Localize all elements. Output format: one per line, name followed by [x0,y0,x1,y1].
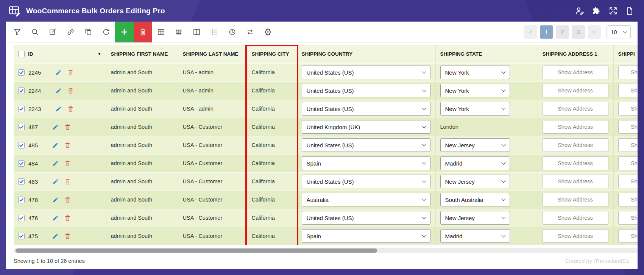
row-checkbox[interactable] [18,124,25,130]
next-page-button[interactable]: > [588,25,601,39]
delete-row-icon[interactable] [64,233,71,239]
edit-row-icon[interactable] [52,142,59,148]
row-checkbox[interactable] [18,233,25,239]
country-select[interactable]: United States (US) [302,66,430,79]
row-checkbox[interactable] [18,69,25,76]
add-icon[interactable] [115,22,134,42]
search-icon[interactable] [26,22,44,42]
row-checkbox[interactable] [18,178,25,185]
column-header-shipping-address-1[interactable]: SHIPPING ADDRESS 1 [538,45,613,63]
prev-page-button[interactable]: < [524,25,537,39]
country-select[interactable]: Spain [302,229,430,243]
row-checkbox[interactable] [18,197,25,203]
delete-row-icon[interactable] [64,178,71,185]
refresh-icon[interactable] [97,22,115,42]
edit-row-icon[interactable] [55,69,62,76]
edit-row-icon[interactable] [55,88,62,94]
country-select[interactable]: Spain [302,156,430,170]
country-select[interactable]: United States (US) [302,138,430,152]
duplicate-icon[interactable] [80,22,97,42]
puzzle-icon[interactable] [592,6,601,16]
show-address-button-clipped[interactable]: Show Address [618,138,638,152]
show-address-button[interactable]: Show Address [543,120,608,134]
show-address-button[interactable]: Show Address [543,102,608,116]
sort-desc-icon[interactable]: ▼ [98,52,101,56]
show-address-button[interactable]: Show Address [543,193,608,206]
row-checkbox[interactable] [18,88,25,94]
column-header-shipping-last-name[interactable]: SHIPPING LAST NAME [178,45,247,63]
column-header-shipping-country[interactable]: SHIPPING COUNTRY [297,45,435,63]
edit-row-icon[interactable] [52,124,59,130]
delete-row-icon[interactable] [64,215,71,221]
list-view-icon[interactable] [206,22,223,42]
show-address-button[interactable]: Show Address [543,66,608,79]
country-select[interactable]: United Kingdom (UK) [302,120,430,134]
delete-row-icon[interactable] [64,142,71,148]
state-select[interactable]: New Jersey [440,138,510,152]
edit-row-icon[interactable] [52,233,59,239]
show-address-button-clipped[interactable]: Show Address [618,229,638,243]
delete-row-icon[interactable] [64,160,71,167]
horizontal-scrollbar[interactable] [14,248,638,253]
sync-icon[interactable] [241,22,259,42]
state-select[interactable]: New Jersey [440,175,510,188]
state-select[interactable]: Madrid [440,229,510,243]
show-address-button[interactable]: Show Address [543,211,608,225]
page-button-2[interactable]: 2 [556,25,569,39]
edit-row-icon[interactable] [52,215,59,221]
country-select[interactable]: United States (US) [302,84,430,97]
show-address-button-clipped[interactable]: Show Address [618,193,638,206]
state-select[interactable]: New Jersey [440,211,510,225]
show-address-button-clipped[interactable]: Show Address [618,120,638,134]
state-select[interactable]: Madrid [440,156,510,170]
state-select[interactable]: New York [440,66,510,79]
country-select[interactable]: United States (US) [302,211,430,225]
history-icon[interactable] [223,22,241,42]
column-header-id[interactable]: ID ▼ [14,45,106,63]
delete-row-icon[interactable] [64,124,71,130]
show-address-button[interactable]: Show Address [543,175,608,188]
show-address-button-clipped[interactable]: Show Address [618,175,638,188]
show-address-button[interactable]: Show Address [543,138,608,152]
show-address-button-clipped[interactable]: Show Address [618,102,638,116]
delete-row-icon[interactable] [67,88,74,94]
scrollbar-thumb[interactable] [16,248,377,253]
page-button-1[interactable]: 1 [540,25,553,39]
document-icon[interactable] [625,6,634,16]
grid-view-icon[interactable] [170,22,188,42]
country-select[interactable]: Australia [302,193,430,206]
show-address-button[interactable]: Show Address [543,156,608,170]
user-icon[interactable] [575,6,584,16]
show-address-button-clipped[interactable]: Show Address [618,156,638,170]
show-address-button-clipped[interactable]: Show Address [618,66,638,79]
country-select[interactable]: United States (US) [302,102,430,116]
settings-icon[interactable]: ⚙ [259,22,277,42]
link-icon[interactable] [62,22,80,42]
table-view-icon[interactable] [152,22,170,42]
column-header-shipping-state[interactable]: SHIPPING STATE [435,45,538,63]
row-checkbox[interactable] [18,215,25,221]
filter-icon[interactable] [8,22,26,42]
column-header-shipping-city[interactable]: SHIPPING CITY [247,45,297,63]
delete-row-icon[interactable] [67,69,74,76]
edit-row-icon[interactable] [55,106,62,112]
delete-icon[interactable] [134,22,152,42]
delete-row-icon[interactable] [67,106,74,112]
page-size-select[interactable]: 10 [607,25,631,39]
page-button-3[interactable]: 3 [572,25,585,39]
country-select[interactable]: United States (US) [302,175,430,188]
show-address-button[interactable]: Show Address [543,229,608,243]
show-address-button[interactable]: Show Address [543,84,608,97]
column-header-shipping-first-name[interactable]: SHIPPING FIRST NAME [106,45,178,63]
state-select[interactable]: New York [440,84,510,97]
fullscreen-icon[interactable] [608,6,617,16]
row-checkbox[interactable] [18,160,25,167]
show-address-button-clipped[interactable]: Show Address [618,211,638,225]
column-header-shipping-address-2[interactable]: SHIPPI [613,45,638,63]
select-all-checkbox[interactable] [18,51,25,57]
edit-icon[interactable] [44,22,62,42]
state-select[interactable]: New York [440,102,510,116]
edit-row-icon[interactable] [52,160,59,167]
delete-row-icon[interactable] [64,197,71,203]
edit-row-icon[interactable] [52,197,59,203]
